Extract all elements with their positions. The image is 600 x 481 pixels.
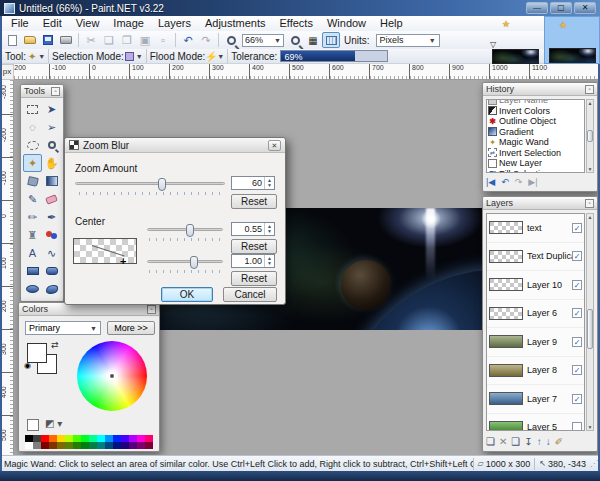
palette-color-swatch[interactable] (113, 435, 121, 442)
tool-clone-stamp[interactable]: ♜ (23, 226, 42, 244)
spinner-arrows-icon[interactable]: ▲▼ (264, 177, 274, 189)
fast-forward-button[interactable]: ▶| (528, 177, 537, 187)
minimize-button[interactable]: — (526, 2, 548, 14)
history-item[interactable]: ⇄Invert Selection (487, 148, 584, 159)
cut-button[interactable]: ✂ (83, 32, 99, 48)
zoom-tool-button[interactable] (223, 32, 239, 48)
close-icon[interactable]: ✕ (268, 140, 281, 151)
close-button[interactable]: ✕ (574, 2, 596, 14)
palette-color-swatch[interactable] (105, 442, 113, 449)
tool-recolor[interactable] (42, 226, 61, 244)
palette-color-swatch[interactable] (81, 435, 89, 442)
center-preview[interactable]: + (73, 238, 137, 264)
center-x-slider[interactable] (147, 228, 223, 231)
palette-color-swatch[interactable] (41, 435, 49, 442)
layer-visibility-checkbox[interactable]: ✓ (572, 394, 582, 404)
palette-color-swatch[interactable] (121, 435, 129, 442)
layer-properties-button[interactable]: ✐ (555, 436, 563, 447)
center-y-slider[interactable] (147, 260, 223, 263)
zoom-amount-reset-button[interactable]: Reset (231, 194, 277, 209)
zoom-amount-slider[interactable] (75, 182, 225, 185)
tool-rounded-rectangle[interactable] (42, 262, 61, 280)
color-target-select[interactable]: Primary ▼ (25, 321, 101, 335)
center-x-reset-button[interactable]: Reset (231, 239, 277, 254)
menu-item-adjustments[interactable]: Adjustments (198, 16, 273, 31)
layer-visibility-checkbox[interactable]: ✓ (572, 223, 582, 233)
menu-item-view[interactable]: View (69, 16, 107, 31)
tool-paintbrush[interactable]: ✎ (23, 190, 42, 208)
center-y-reset-button[interactable]: Reset (231, 271, 277, 286)
swap-colors-icon[interactable]: ⇄ (51, 340, 59, 350)
layer-row[interactable]: Layer 9✓ (487, 328, 584, 357)
layer-visibility-checkbox[interactable]: ✓ (572, 337, 582, 347)
tool-pencil[interactable]: ✏ (23, 208, 42, 226)
layer-row[interactable]: Layer 6✓ (487, 300, 584, 329)
tool-ellipse[interactable] (23, 280, 42, 298)
scroll-up-icon[interactable]: ▲ (588, 100, 593, 106)
tool-dropdown[interactable]: ▼ (38, 53, 45, 60)
palette-color-swatch[interactable] (49, 435, 57, 442)
move-layer-down-button[interactable]: ↓ (546, 436, 551, 447)
history-scrollbar[interactable]: ▲ ▼ (586, 99, 594, 173)
palette-color-swatch[interactable] (113, 442, 121, 449)
scrollbar-thumb[interactable] (587, 309, 593, 349)
close-icon[interactable]: ▫ (585, 85, 594, 94)
deselect-button[interactable]: ▫ (155, 32, 171, 48)
close-icon[interactable]: ▫ (585, 199, 594, 208)
palette-color-swatch[interactable] (89, 435, 97, 442)
selection-mode-dropdown[interactable]: ▼ (136, 53, 143, 60)
palette-color-swatch[interactable] (129, 442, 137, 449)
zoom-fit-button[interactable] (287, 32, 303, 48)
delete-layer-button[interactable]: ✕ (499, 436, 507, 447)
palette-color-swatch[interactable] (49, 442, 57, 449)
redo-history-button[interactable]: ↷ (515, 177, 523, 187)
layer-visibility-checkbox[interactable] (572, 422, 582, 431)
menu-item-file[interactable]: File (4, 16, 36, 31)
palette-color-swatch[interactable] (65, 435, 73, 442)
tool-freeform-shape[interactable] (42, 280, 61, 298)
palette-color-swatch[interactable] (89, 442, 97, 449)
close-icon[interactable]: ▫ (147, 305, 156, 314)
history-item[interactable]: Gradient (487, 127, 584, 138)
transparency-swatch[interactable] (27, 419, 39, 431)
cancel-button[interactable]: Cancel (223, 287, 277, 302)
add-layer-button[interactable]: ❏ (486, 436, 495, 447)
units-select[interactable]: Pixels ▼ (376, 34, 440, 47)
palette-color-swatch[interactable] (25, 442, 33, 449)
layer-visibility-checkbox[interactable]: ✓ (572, 280, 582, 290)
layer-row[interactable]: Text Duplicate✓ (487, 243, 584, 272)
center-x-spinbox[interactable]: 0.55 ▲▼ (231, 222, 275, 236)
palette-color-swatch[interactable] (97, 442, 105, 449)
image-tab-1[interactable]: ★ ▽ (488, 16, 544, 64)
scrollbar-thumb[interactable] (587, 130, 593, 142)
more-colors-button[interactable]: More >> (107, 321, 155, 335)
history-item[interactable]: ✦Magic Wand (487, 137, 584, 148)
history-item[interactable]: New Layer (487, 158, 584, 169)
spinner-arrows-icon[interactable]: ▲▼ (264, 223, 274, 235)
print-button[interactable] (58, 32, 74, 48)
menu-item-image[interactable]: Image (106, 16, 151, 31)
redo-button[interactable]: ↷ (198, 32, 214, 48)
scroll-up-icon[interactable]: ▲ (588, 214, 593, 220)
scroll-down-icon[interactable]: ▼ (588, 166, 593, 172)
palette-color-swatch[interactable] (129, 435, 137, 442)
tool-eraser[interactable] (42, 190, 61, 208)
history-item[interactable]: Invert Colors (487, 106, 584, 117)
slider-thumb[interactable] (158, 178, 166, 191)
tool-paint-bucket[interactable] (23, 172, 42, 190)
maximize-button[interactable]: ▢ (550, 2, 572, 14)
palette-color-swatch[interactable] (57, 442, 65, 449)
layer-visibility-checkbox[interactable]: ✓ (572, 308, 582, 318)
tool-move-selected-pixels[interactable]: ➤ (42, 100, 61, 118)
layer-row[interactable]: text✓ (487, 214, 584, 243)
palette-color-swatch[interactable] (57, 435, 65, 442)
palette-color-swatch[interactable] (65, 442, 73, 449)
layer-row[interactable]: Layer 7✓ (487, 385, 584, 414)
zoom-amount-spinbox[interactable]: 60 ▲▼ (231, 176, 275, 190)
history-item[interactable]: ✱Outline Object (487, 116, 584, 127)
palette-color-swatch[interactable] (97, 435, 105, 442)
move-layer-up-button[interactable]: ↑ (537, 436, 542, 447)
menu-item-help[interactable]: Help (373, 16, 410, 31)
menu-item-window[interactable]: Window (320, 16, 373, 31)
slider-thumb[interactable] (186, 224, 194, 237)
